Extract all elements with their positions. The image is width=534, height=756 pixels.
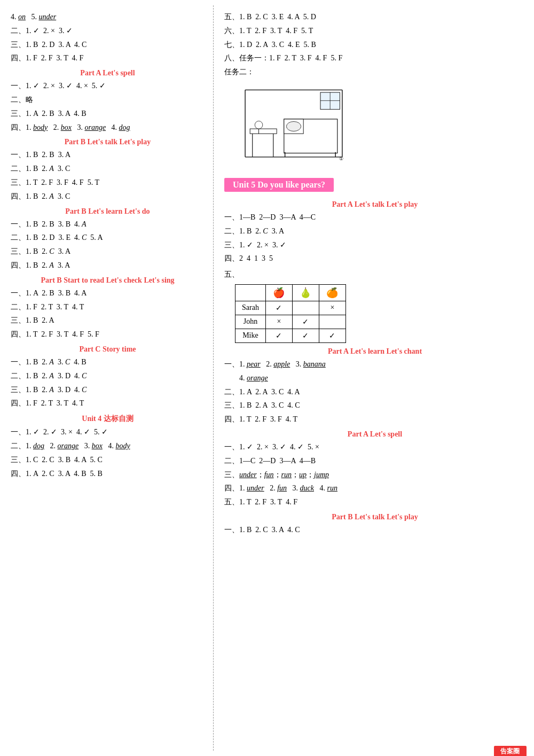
right-partA-talk-title: Part A Let's talk Let's play <box>224 200 525 209</box>
answer-row: 四、1. A 2. C 3. A 4. B 5. B <box>11 467 205 480</box>
answer-row: 二、1. dog 2. orange 3. box 4. body <box>11 440 205 453</box>
table-header-apple: 🍎 <box>265 284 292 301</box>
answer-row: 三、1. B 2. C 3. A <box>11 245 205 258</box>
table-cell-sarah-apple: ✓ <box>265 301 292 315</box>
table-cell-sarah-orange: × <box>319 301 345 315</box>
unit4-title: Unit 4 达标自测 <box>11 414 205 424</box>
answer-row: 五、1. B 2. C 3. E 4. A 5. D <box>224 11 525 24</box>
answer-row: 三、1. C 2. C 3. B 4. A 5. C <box>11 454 205 466</box>
answer-row: 四、1. B 2. A 3. A <box>11 259 205 272</box>
part-b-learn-section: 一、1. B 2. B 3. B 4. A 二、1. B 2. D 3. E 4… <box>11 218 205 272</box>
part-a-spell-section: 一、1. ✓ 2. × 3. ✓ 4. × 5. ✓ 二、略 三、1. A 2.… <box>11 80 205 134</box>
watermark: 告案圈 MXQE.COM <box>494 746 527 756</box>
answer-row: 一、1—B 2—D 3—A 4—C <box>224 211 525 224</box>
answer-row: 四、1. T 2. F 3. F 4. T <box>224 413 525 426</box>
answer-row: 三、1. A 2. B 3. A 4. B <box>11 107 205 120</box>
part-b-talk-section: 一、1. B 2. B 3. A 二、1. B 2. A 3. C 三、1. T… <box>11 149 205 202</box>
answer-row: 四、1. B 2. A 3. C <box>11 190 205 203</box>
part-b-learn-title: Part B Let's learn Let's do <box>11 207 205 216</box>
answer-row: 五、1. T 2. F 3. T 4. F <box>224 496 525 509</box>
table-cell-john-apple: × <box>265 315 292 329</box>
part-a-spell-title: Part A Let's spell <box>11 69 205 77</box>
answer-row: 4. on 5. under <box>11 11 205 24</box>
right-partA-talk-section: 一、1—B 2—D 3—A 4—C 二、1. B 2. C 3. A 三、1. … <box>224 211 525 265</box>
answer-row: 一、1. B 2. B 3. A <box>11 149 205 161</box>
answer-row: 四、1. F 2. F 3. T 4. F <box>11 52 205 65</box>
svg-point-15 <box>255 121 263 129</box>
table-header-pear: 🍐 <box>292 284 319 301</box>
table-header-orange: 🍊 <box>319 284 345 301</box>
part-b-read-section: 一、1. A 2. B 3. B 4. A 二、1. F 2. T 3. T 4… <box>11 287 205 341</box>
right-partA-spell-section: 一、1. ✓ 2. × 3. ✓ 4. ✓ 5. × 二、1—C 2—D 3—A… <box>224 441 525 509</box>
answer-row: 二、略 <box>11 93 205 106</box>
part-c-section: 一、1. B 2. A 3. C 4. B 二、1. B 2. A 3. D 4… <box>11 356 205 410</box>
table-cell-john-pear: ✓ <box>292 315 319 329</box>
table-cell-john-orange <box>319 315 345 329</box>
unit4-section: 一、1. ✓ 2. ✓ 3. × 4. ✓ 5. ✓ 二、1. dog 2. o… <box>11 426 205 480</box>
table-cell-mike-orange: ✓ <box>319 329 345 342</box>
right-partA-learn-section: 一、1. pear 2. apple 3. banana 4. orange 二… <box>224 358 525 426</box>
answer-row: 八、任务一：1. F 2. T 3. F 4. F 5. F <box>224 52 525 65</box>
answer-row: 一、1. B 2. A 3. C 4. B <box>11 356 205 369</box>
svg-rect-12 <box>250 129 277 134</box>
table-header-empty <box>235 284 266 301</box>
answer-row: 三、under；fun；run；up；jump <box>224 469 525 481</box>
answer-row: 四、1. under 2. fun 3. duck 4. run <box>224 482 525 495</box>
answer-row: 一、1. B 2. C 3. A 4. C <box>224 524 525 536</box>
wu-section: 五、 🍎 🍐 🍊 Sarah ✓ × <box>224 268 525 343</box>
answer-row: 二、1. F 2. T 3. T 4. T <box>11 301 205 314</box>
answer-word: on <box>18 13 26 21</box>
answer-row: 三、1. T 2. F 3. F 4. F 5. T <box>11 176 205 189</box>
right-partB-talk-title: Part B Let's talk Let's play <box>224 513 525 521</box>
table-cell-mike-pear: ✓ <box>292 329 319 342</box>
fruit-table-container: 🍎 🍐 🍊 Sarah ✓ × John × ✓ <box>235 284 525 343</box>
answer-row: 二、1. B 2. A 3. C <box>11 162 205 175</box>
svg-text:①: ① <box>339 156 343 161</box>
part-b-read-title: Part B Start to read Let's check Let's s… <box>11 276 205 285</box>
bedroom-image-section: ① <box>224 82 525 168</box>
table-row: John × ✓ <box>235 315 346 329</box>
answer-row: 二、1. B 2. A 3. D 4. C <box>11 370 205 383</box>
task-two-label: 任务二： <box>224 66 525 79</box>
right-top-section: 五、1. B 2. C 3. E 4. A 5. D 六、1. T 2. F 3… <box>224 11 525 79</box>
answer-row: 一、1. ✓ 2. × 3. ✓ 4. × 5. ✓ <box>11 80 205 92</box>
right-column: 五、1. B 2. C 3. E 4. A 5. D 六、1. T 2. F 3… <box>214 5 534 751</box>
answer-row: 三、1. B 2. A 3. C 4. C <box>224 399 525 412</box>
answer-row: 五、 <box>224 268 525 281</box>
answer-row: 一、1. A 2. B 3. B 4. A <box>11 287 205 300</box>
answer-row: 一、1. pear 2. apple 3. banana <box>224 358 525 371</box>
left-column: 4. on 5. under 二、1. ✓ 2. × 3. ✓ 三、1. B 2… <box>0 5 214 751</box>
answer-row: 一、1. ✓ 2. ✓ 3. × 4. ✓ 5. ✓ <box>11 426 205 439</box>
answer-row: 三、1. ✓ 2. × 3. ✓ <box>224 239 525 252</box>
table-cell-sarah: Sarah <box>235 301 266 315</box>
table-cell-sarah-pear <box>292 301 319 315</box>
answer-row: 二、1. ✓ 2. × 3. ✓ <box>11 25 205 37</box>
right-partB-talk-section: 一、1. B 2. C 3. A 4. C <box>224 524 525 536</box>
part-b-talk-title: Part B Let's talk Let's play <box>11 138 205 146</box>
answer-row: 四、1. F 2. T 3. T 4. T <box>11 397 205 410</box>
answer-row: 二、1. A 2. A 3. C 4. A <box>224 386 525 399</box>
table-cell-mike: Mike <box>235 329 266 342</box>
answer-row: 三、1. B 2. D 3. A 4. C <box>11 38 205 51</box>
answer-row: 四、1. T 2. F 3. T 4. F 5. F <box>11 328 205 341</box>
answer-row: 一、1. B 2. B 3. B 4. A <box>11 218 205 231</box>
table-row: Sarah ✓ × <box>235 301 346 315</box>
answer-row: 二、1—C 2—D 3—A 4—B <box>224 455 525 467</box>
answer-word: under <box>39 13 57 21</box>
answer-row: 4. orange <box>224 372 525 385</box>
right-partA-spell-title: Part A Let's spell <box>224 430 525 439</box>
answer-row: 二、1. B 2. D 3. E 4. C 5. A <box>11 231 205 244</box>
fruit-preference-table: 🍎 🍐 🍊 Sarah ✓ × John × ✓ <box>235 284 346 343</box>
answer-row: 二、1. B 2. C 3. A <box>224 225 525 238</box>
bedroom-sketch-image: ① <box>240 84 347 164</box>
answer-row: 三、1. B 2. A <box>11 314 205 327</box>
answer-row: 四、1. body 2. box 3. orange 4. dog <box>11 121 205 134</box>
table-cell-mike-apple: ✓ <box>265 329 292 342</box>
answer-row: 六、1. T 2. F 3. T 4. F 5. T <box>224 25 525 37</box>
right-partA-learn-title: Part A Let's learn Let's chant <box>224 347 525 356</box>
part-c-title: Part C Story time <box>11 345 205 354</box>
table-row: Mike ✓ ✓ ✓ <box>235 329 346 342</box>
unit5-banner: Unit 5 Do you like pears? <box>224 178 334 192</box>
answer-row: 七、1. D 2. A 3. C 4. E 5. B <box>224 38 525 51</box>
svg-point-6 <box>286 121 301 131</box>
